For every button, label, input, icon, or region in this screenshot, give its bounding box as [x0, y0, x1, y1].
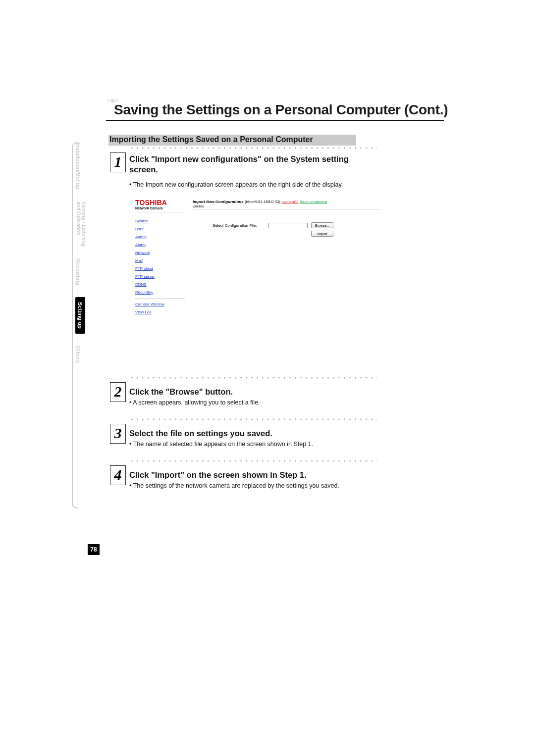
tab-recording: Recording: [75, 258, 81, 285]
nav-separator: [135, 298, 185, 299]
step-2-body: A screen appears, allowing you to select…: [129, 399, 387, 407]
side-tabs: Installation/Set up Viewing • Listening …: [75, 143, 94, 375]
nav-network[interactable]: Network: [135, 251, 185, 255]
screenshot-title-bold: Import New Configurations: [193, 200, 244, 204]
brand-line: [135, 212, 183, 212]
step-number-4: 4: [110, 465, 126, 485]
import-button[interactable]: Import: [311, 231, 333, 237]
brand-subtitle: Network Camera: [135, 206, 162, 210]
nav-camerawindow[interactable]: Camera Window: [135, 302, 185, 306]
tab-setting-up: Setting up: [75, 297, 85, 334]
section-heading: Importing the Settings Saved on a Person…: [108, 135, 356, 146]
nav-ddns[interactable]: DDNS: [135, 282, 185, 287]
config-file-input[interactable]: [268, 223, 308, 228]
step-4-body: The settings of the network camera are r…: [129, 482, 387, 490]
step-3-title: Select the file on settings you saved.: [129, 428, 377, 439]
step-1-body: The Import new configuration screen appe…: [129, 181, 387, 189]
tab-others: Others: [75, 346, 81, 363]
nav-user[interactable]: User: [135, 227, 185, 231]
dots-separator: [129, 459, 377, 462]
nav-recording[interactable]: Recording: [135, 290, 185, 295]
step-number-1: 1: [110, 152, 126, 172]
nav-viewlog[interactable]: View Log: [135, 310, 185, 314]
back-to-camera-link[interactable]: Back to camera: [300, 200, 327, 204]
browse-button[interactable]: Browse...: [311, 222, 333, 228]
dots-separator: [129, 147, 377, 150]
screenshot-top-line: [193, 209, 380, 209]
page-number: 78: [88, 544, 100, 555]
nav-mail[interactable]: Mail: [135, 258, 185, 263]
step-number-2: 2: [110, 382, 126, 402]
screenshot-url: (http://192.168.0.33): [245, 200, 281, 204]
step-1-title: Click "Import new configurations" on the…: [129, 154, 377, 174]
screenshot-title-sub: window: [193, 204, 204, 208]
step-4-title: Click "Import" on the screen shown in St…: [129, 470, 377, 480]
step-number-3: 3: [110, 424, 126, 444]
screenshot-nav: System User Admin Alarm Network Mail FTP…: [135, 215, 185, 318]
dots-separator: [129, 418, 377, 421]
step-3-body: The name of selected file appears on the…: [129, 440, 387, 449]
nav-ftpclient[interactable]: FTP client: [135, 266, 185, 271]
import-config-screenshot: TOSHIBA Network Camera Import New Config…: [129, 196, 387, 352]
page-title: Saving the Settings on a Personal Comput…: [114, 102, 448, 118]
dots-separator: [129, 376, 377, 379]
nav-ftpserver[interactable]: FTP server: [135, 274, 185, 279]
title-rule: [106, 120, 444, 121]
nav-system[interactable]: System: [135, 219, 185, 223]
screenshot-title: Import New Configurations (http://192.16…: [193, 200, 327, 204]
step-2-title: Click the "Browse" button.: [129, 387, 377, 397]
config-file-label: Select Configuration File:: [213, 223, 257, 228]
nav-admin[interactable]: Admin: [135, 235, 185, 239]
tab-installation: Installation/Set up: [75, 143, 81, 190]
brand-logo: TOSHIBA: [135, 199, 167, 206]
nav-alarm[interactable]: Alarm: [135, 243, 185, 247]
tab-viewing: Viewing • Listening and Operation: [75, 202, 87, 247]
camera-name-link[interactable]: nwcam02: [281, 200, 298, 204]
